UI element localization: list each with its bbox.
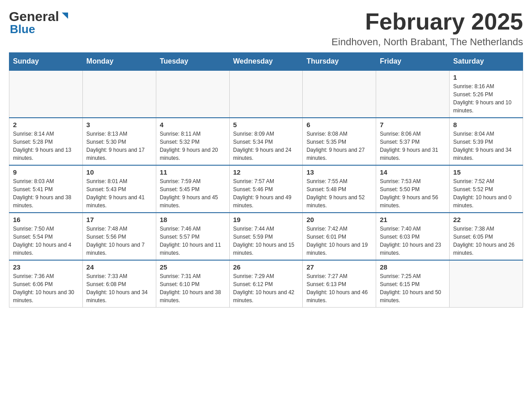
calendar-week-row: 2Sunrise: 8:14 AM Sunset: 5:28 PM Daylig… [9,118,523,165]
calendar-day-cell: 28Sunrise: 7:25 AM Sunset: 6:15 PM Dayli… [376,260,450,308]
calendar-day-cell: 18Sunrise: 7:46 AM Sunset: 5:57 PM Dayli… [156,213,229,260]
day-number: 16 [13,216,79,223]
calendar-day-cell: 13Sunrise: 7:55 AM Sunset: 5:48 PM Dayli… [303,165,376,213]
calendar-day-cell [229,70,303,118]
day-number: 22 [453,216,519,223]
calendar-week-row: 1Sunrise: 8:16 AM Sunset: 5:26 PM Daylig… [9,70,523,118]
day-number: 27 [306,263,372,271]
day-number: 19 [233,216,299,223]
day-info: Sunrise: 8:01 AM Sunset: 5:43 PM Dayligh… [86,177,152,210]
day-info: Sunrise: 8:11 AM Sunset: 5:32 PM Dayligh… [160,130,226,162]
calendar-day-cell: 7Sunrise: 8:06 AM Sunset: 5:37 PM Daylig… [376,118,450,165]
day-number: 13 [306,168,372,176]
col-header-sunday: Sunday [9,53,83,71]
day-info: Sunrise: 7:27 AM Sunset: 6:13 PM Dayligh… [306,272,372,304]
day-number: 9 [13,168,79,176]
day-info: Sunrise: 7:42 AM Sunset: 6:01 PM Dayligh… [306,225,372,257]
day-info: Sunrise: 7:53 AM Sunset: 5:50 PM Dayligh… [380,177,446,210]
calendar-table: SundayMondayTuesdayWednesdayThursdayFrid… [9,52,523,308]
day-number: 24 [86,263,152,271]
day-info: Sunrise: 8:13 AM Sunset: 5:30 PM Dayligh… [86,130,152,162]
calendar-day-cell: 27Sunrise: 7:27 AM Sunset: 6:13 PM Dayli… [303,260,376,308]
day-info: Sunrise: 8:08 AM Sunset: 5:35 PM Dayligh… [306,130,372,162]
calendar-day-cell [156,70,229,118]
day-info: Sunrise: 7:57 AM Sunset: 5:46 PM Dayligh… [233,177,299,210]
day-info: Sunrise: 7:29 AM Sunset: 6:12 PM Dayligh… [233,272,299,304]
logo-blue-text: Blue [9,22,35,36]
day-info: Sunrise: 7:33 AM Sunset: 6:08 PM Dayligh… [86,272,152,304]
day-info: Sunrise: 8:09 AM Sunset: 5:34 PM Dayligh… [233,130,299,162]
calendar-day-cell: 15Sunrise: 7:52 AM Sunset: 5:52 PM Dayli… [450,165,523,213]
calendar-day-cell: 19Sunrise: 7:44 AM Sunset: 5:59 PM Dayli… [229,213,303,260]
day-number: 17 [86,216,152,223]
calendar-day-cell: 12Sunrise: 7:57 AM Sunset: 5:46 PM Dayli… [229,165,303,213]
day-info: Sunrise: 7:44 AM Sunset: 5:59 PM Dayligh… [233,225,299,257]
day-number: 21 [380,216,446,223]
day-info: Sunrise: 7:59 AM Sunset: 5:45 PM Dayligh… [160,177,226,210]
day-number: 23 [13,263,79,271]
calendar-day-cell [450,260,523,308]
calendar-day-cell: 4Sunrise: 8:11 AM Sunset: 5:32 PM Daylig… [156,118,229,165]
col-header-friday: Friday [376,53,450,71]
day-info: Sunrise: 7:38 AM Sunset: 6:05 PM Dayligh… [453,225,519,257]
day-info: Sunrise: 7:36 AM Sunset: 6:06 PM Dayligh… [13,272,79,304]
title-area: February 2025 Eindhoven, North Brabant, … [331,9,523,48]
calendar-day-cell: 6Sunrise: 8:08 AM Sunset: 5:35 PM Daylig… [303,118,376,165]
day-number: 2 [13,121,79,128]
day-info: Sunrise: 7:55 AM Sunset: 5:48 PM Dayligh… [306,177,372,210]
calendar-day-cell [303,70,376,118]
calendar-day-cell: 24Sunrise: 7:33 AM Sunset: 6:08 PM Dayli… [82,260,156,308]
calendar-day-cell: 10Sunrise: 8:01 AM Sunset: 5:43 PM Dayli… [82,165,156,213]
month-title: February 2025 [331,9,523,34]
calendar-day-cell: 3Sunrise: 8:13 AM Sunset: 5:30 PM Daylig… [82,118,156,165]
calendar-day-cell: 16Sunrise: 7:50 AM Sunset: 5:54 PM Dayli… [9,213,83,260]
day-info: Sunrise: 7:50 AM Sunset: 5:54 PM Dayligh… [13,225,79,257]
day-info: Sunrise: 7:48 AM Sunset: 5:56 PM Dayligh… [86,225,152,257]
calendar-day-cell: 11Sunrise: 7:59 AM Sunset: 5:45 PM Dayli… [156,165,229,213]
day-info: Sunrise: 8:14 AM Sunset: 5:28 PM Dayligh… [13,130,79,162]
calendar-day-cell: 17Sunrise: 7:48 AM Sunset: 5:56 PM Dayli… [82,213,156,260]
day-number: 6 [306,121,372,128]
location-subtitle: Eindhoven, North Brabant, The Netherland… [331,36,523,48]
col-header-monday: Monday [82,53,156,71]
day-info: Sunrise: 7:46 AM Sunset: 5:57 PM Dayligh… [160,225,226,257]
calendar-day-cell: 9Sunrise: 8:03 AM Sunset: 5:41 PM Daylig… [9,165,83,213]
calendar-day-cell: 26Sunrise: 7:29 AM Sunset: 6:12 PM Dayli… [229,260,303,308]
calendar-day-cell: 8Sunrise: 8:04 AM Sunset: 5:39 PM Daylig… [450,118,523,165]
logo-arrow-icon [60,11,70,22]
day-number: 14 [380,168,446,176]
calendar-day-cell: 5Sunrise: 8:09 AM Sunset: 5:34 PM Daylig… [229,118,303,165]
logo: General [9,9,70,24]
day-number: 10 [86,168,152,176]
calendar-day-cell: 23Sunrise: 7:36 AM Sunset: 6:06 PM Dayli… [9,260,83,308]
day-info: Sunrise: 8:03 AM Sunset: 5:41 PM Dayligh… [13,177,79,210]
day-number: 28 [380,263,446,271]
day-info: Sunrise: 8:06 AM Sunset: 5:37 PM Dayligh… [380,130,446,162]
day-number: 5 [233,121,299,128]
calendar-day-cell [9,70,83,118]
calendar-week-row: 9Sunrise: 8:03 AM Sunset: 5:41 PM Daylig… [9,165,523,213]
calendar-day-cell: 14Sunrise: 7:53 AM Sunset: 5:50 PM Dayli… [376,165,450,213]
day-number: 4 [160,121,226,128]
calendar-day-cell: 25Sunrise: 7:31 AM Sunset: 6:10 PM Dayli… [156,260,229,308]
day-info: Sunrise: 7:40 AM Sunset: 6:03 PM Dayligh… [380,225,446,257]
day-info: Sunrise: 8:04 AM Sunset: 5:39 PM Dayligh… [453,130,519,162]
calendar-day-cell: 20Sunrise: 7:42 AM Sunset: 6:01 PM Dayli… [303,213,376,260]
page-header: General Blue February 2025 Eindhoven, No… [9,9,523,48]
calendar-week-row: 23Sunrise: 7:36 AM Sunset: 6:06 PM Dayli… [9,260,523,308]
day-number: 20 [306,216,372,223]
calendar-day-cell: 22Sunrise: 7:38 AM Sunset: 6:05 PM Dayli… [450,213,523,260]
calendar-week-row: 16Sunrise: 7:50 AM Sunset: 5:54 PM Dayli… [9,213,523,260]
day-info: Sunrise: 7:25 AM Sunset: 6:15 PM Dayligh… [380,272,446,304]
col-header-saturday: Saturday [450,53,523,71]
day-number: 15 [453,168,519,176]
col-header-tuesday: Tuesday [156,53,229,71]
day-number: 26 [233,263,299,271]
day-number: 12 [233,168,299,176]
calendar-header-row: SundayMondayTuesdayWednesdayThursdayFrid… [9,53,523,71]
day-number: 11 [160,168,226,176]
calendar-day-cell: 1Sunrise: 8:16 AM Sunset: 5:26 PM Daylig… [450,70,523,118]
day-info: Sunrise: 8:16 AM Sunset: 5:26 PM Dayligh… [453,82,519,115]
day-number: 8 [453,121,519,128]
day-number: 18 [160,216,226,223]
